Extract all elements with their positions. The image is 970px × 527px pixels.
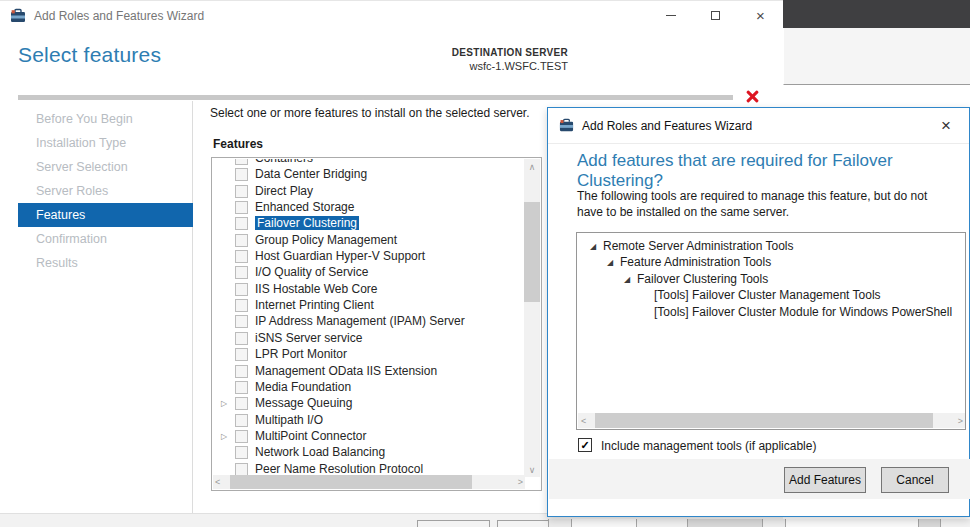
- scroll-right-icon[interactable]: >: [518, 477, 523, 487]
- feature-row[interactable]: Management OData IIS Extension: [213, 363, 525, 379]
- feature-checkbox[interactable]: [235, 348, 248, 361]
- feature-label: IIS Hostable Web Core: [255, 282, 378, 296]
- vertical-scrollbar[interactable]: ∧ ∨: [524, 159, 540, 477]
- tree-expanded-icon[interactable]: ◢: [590, 239, 603, 254]
- feature-row[interactable]: Media Foundation: [213, 379, 525, 395]
- feature-row[interactable]: ▷MultiPoint Connector: [213, 428, 525, 444]
- scroll-left-icon[interactable]: <: [215, 477, 220, 487]
- feature-row[interactable]: Network Load Balancing: [213, 444, 525, 460]
- feature-label: I/O Quality of Service: [255, 265, 368, 279]
- feature-checkbox[interactable]: [235, 185, 248, 198]
- maximize-button[interactable]: [693, 1, 738, 31]
- feature-label: Host Guardian Hyper-V Support: [255, 249, 425, 263]
- feature-checkbox[interactable]: [235, 217, 248, 230]
- tree-item-label: Feature Administration Tools: [620, 255, 771, 269]
- feature-row[interactable]: ▷Message Queuing: [213, 395, 525, 411]
- minimize-icon: [666, 15, 676, 16]
- tree-item[interactable]: ◢Failover Clustering Tools: [577, 271, 965, 287]
- feature-checkbox[interactable]: [235, 201, 248, 214]
- feature-checkbox[interactable]: [235, 283, 248, 296]
- feature-label: MultiPoint Connector: [255, 429, 366, 443]
- feature-row[interactable]: Enhanced Storage: [213, 199, 525, 215]
- sidebar-item-features[interactable]: Features: [18, 203, 193, 227]
- tree-item[interactable]: ◢Remote Server Administration Tools: [577, 238, 965, 254]
- sidebar-item-before-you-begin[interactable]: Before You Begin: [18, 107, 193, 131]
- include-management-tools-checkbox[interactable]: ✓: [578, 438, 592, 452]
- tree-item[interactable]: [Tools] Failover Cluster Management Tool…: [577, 287, 965, 303]
- feature-row[interactable]: Data Center Bridging: [213, 166, 525, 182]
- feature-row[interactable]: iSNS Server service: [213, 330, 525, 346]
- feature-checkbox[interactable]: [235, 159, 248, 165]
- scroll-down-icon[interactable]: ∨: [524, 465, 540, 475]
- sidebar-item-results[interactable]: Results: [18, 251, 193, 275]
- tree-expanded-icon[interactable]: ◢: [607, 255, 620, 270]
- feature-row[interactable]: IIS Hostable Web Core: [213, 281, 525, 297]
- cancel-button[interactable]: Cancel: [881, 467, 949, 493]
- feature-label: Media Foundation: [255, 380, 351, 394]
- feature-row[interactable]: I/O Quality of Service: [213, 264, 525, 280]
- background-window-body: [783, 86, 970, 107]
- features-list-label: Features: [213, 137, 263, 151]
- feature-checkbox[interactable]: [235, 463, 248, 476]
- feature-checkbox[interactable]: [235, 168, 248, 181]
- background-button-fragments: [548, 519, 970, 527]
- feature-row[interactable]: Internet Printing Client: [213, 297, 525, 313]
- feature-row[interactable]: Multipath I/O: [213, 412, 525, 428]
- feature-label: IP Address Management (IPAM) Server: [255, 314, 465, 328]
- feature-checkbox[interactable]: [235, 250, 248, 263]
- sidebar-item-server-selection[interactable]: Server Selection: [18, 155, 193, 179]
- feature-label: Message Queuing: [255, 396, 352, 410]
- dialog-heading: Add features that are required for Failo…: [577, 151, 969, 191]
- sidebar-item-server-roles[interactable]: Server Roles: [18, 179, 193, 203]
- features-rows: Containers Data Center Bridging Direct P…: [213, 159, 525, 476]
- feature-checkbox[interactable]: [235, 414, 248, 427]
- feature-checkbox[interactable]: [235, 315, 248, 328]
- feature-row[interactable]: Direct Play: [213, 183, 525, 199]
- feature-label: Network Load Balancing: [255, 445, 385, 459]
- feature-checkbox[interactable]: [235, 430, 248, 443]
- feature-checkbox[interactable]: [235, 397, 248, 410]
- tree-expanded-icon[interactable]: ◢: [624, 272, 637, 287]
- minimize-button[interactable]: [648, 1, 693, 31]
- feature-row[interactable]: Host Guardian Hyper-V Support: [213, 248, 525, 264]
- feature-checkbox[interactable]: [235, 365, 248, 378]
- feature-row[interactable]: Peer Name Resolution Protocol: [213, 461, 525, 476]
- tree-item[interactable]: [Tools] Failover Cluster Module for Wind…: [577, 304, 965, 320]
- feature-label: iSNS Server service: [255, 331, 362, 345]
- feature-row[interactable]: Group Policy Management: [213, 232, 525, 248]
- feature-label: Enhanced Storage: [255, 200, 354, 214]
- tree-item[interactable]: ◢Feature Administration Tools: [577, 254, 965, 270]
- tree-scrollbar-thumb[interactable]: [595, 413, 933, 428]
- feature-label: Data Center Bridging: [255, 167, 367, 181]
- sidebar-item-installation-type[interactable]: Installation Type: [18, 131, 193, 155]
- dialog-body-text: The following tools are required to mana…: [577, 188, 949, 220]
- feature-checkbox[interactable]: [235, 446, 248, 459]
- feature-checkbox[interactable]: [235, 332, 248, 345]
- scroll-right-icon[interactable]: >: [958, 416, 963, 426]
- scroll-up-icon[interactable]: ∧: [524, 162, 540, 172]
- horizontal-scrollbar-thumb[interactable]: [230, 475, 472, 489]
- feature-checkbox[interactable]: [235, 234, 248, 247]
- feature-row[interactable]: LPR Port Monitor: [213, 346, 525, 362]
- feature-checkbox[interactable]: [235, 266, 248, 279]
- destination-server-block: DESTINATION SERVER wsfc-1.WSFC.TEST: [452, 47, 568, 72]
- feature-checkbox[interactable]: [235, 381, 248, 394]
- close-button[interactable]: ×: [738, 1, 783, 31]
- destination-server-value: wsfc-1.WSFC.TEST: [452, 60, 568, 72]
- expand-icon[interactable]: ▷: [221, 432, 235, 441]
- feature-label: Direct Play: [255, 184, 313, 198]
- feature-row[interactable]: IP Address Management (IPAM) Server: [213, 313, 525, 329]
- previous-button-fragment[interactable]: [417, 520, 490, 527]
- tree-item-label: Remote Server Administration Tools: [603, 239, 794, 253]
- dialog-close-button[interactable]: ×: [933, 113, 959, 139]
- feature-row-selected[interactable]: Failover Clustering: [213, 215, 525, 231]
- add-features-button[interactable]: Add Features: [784, 467, 866, 493]
- feature-checkbox[interactable]: [235, 299, 248, 312]
- horizontal-scrollbar[interactable]: < >: [213, 475, 525, 489]
- sidebar-item-confirmation[interactable]: Confirmation: [18, 227, 193, 251]
- feature-row[interactable]: Containers: [213, 159, 525, 166]
- expand-icon[interactable]: ▷: [221, 399, 235, 408]
- vertical-scrollbar-thumb[interactable]: [524, 202, 540, 302]
- scroll-left-icon[interactable]: <: [581, 416, 586, 426]
- tree-horizontal-scrollbar[interactable]: < >: [578, 413, 966, 428]
